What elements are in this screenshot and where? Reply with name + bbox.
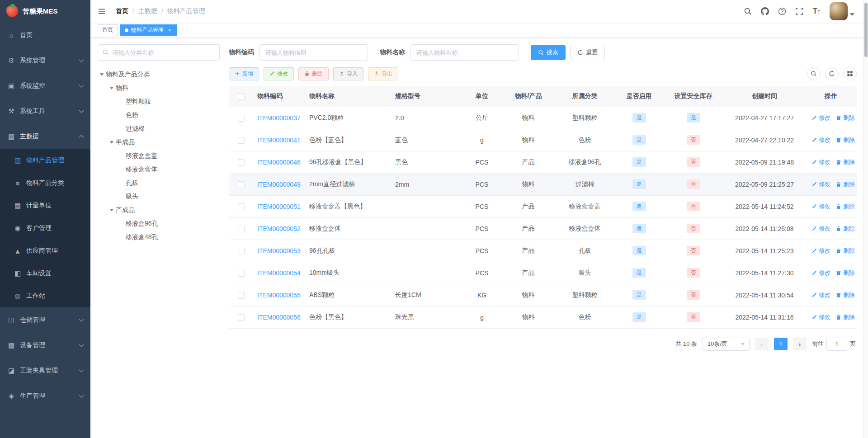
search-button[interactable]: 搜索	[531, 45, 566, 60]
user-menu[interactable]	[830, 2, 854, 20]
prev-page-button[interactable]	[755, 338, 769, 350]
select-all-checkbox[interactable]	[238, 93, 245, 100]
sidebar-item-workshop-settings[interactable]: ◧车间设置	[0, 262, 90, 285]
page-size-select[interactable]: 10条/页	[703, 338, 750, 351]
tree-expand-icon[interactable]	[98, 73, 106, 76]
import-button[interactable]: 导入	[333, 67, 363, 80]
tree-node[interactable]: 吸头	[98, 190, 220, 203]
tree-node[interactable]: 物料	[98, 81, 220, 95]
row-edit-button[interactable]: 修改	[811, 247, 830, 255]
row-delete-button[interactable]: 删除	[836, 136, 855, 144]
tree-node[interactable]: 移液盒96孔	[98, 217, 220, 231]
material-code-link[interactable]: ITEM00000049	[257, 181, 301, 188]
material-code-link[interactable]: ITEM00000041	[257, 137, 301, 144]
tree-expand-icon[interactable]	[108, 141, 116, 144]
row-edit-button[interactable]: 修改	[811, 136, 830, 144]
sidebar-item-production-mgmt[interactable]: ◈生产管理	[0, 383, 90, 409]
tree-expand-icon[interactable]	[108, 209, 116, 212]
tree-node[interactable]: 物料及产品分类	[98, 68, 220, 81]
material-code-link[interactable]: ITEM00000056	[257, 314, 301, 321]
reset-button[interactable]: 重置	[570, 45, 605, 60]
tree-node[interactable]: 移液盒盒盖	[98, 149, 220, 163]
material-code-link[interactable]: ITEM00000051	[257, 203, 301, 210]
row-delete-button[interactable]: 删除	[836, 247, 855, 255]
tree-node[interactable]: 色粉	[98, 108, 220, 122]
tree-node[interactable]: 半成品	[98, 136, 220, 149]
sidebar-item-measure-unit[interactable]: ▦计量单位	[0, 194, 90, 217]
header-search-icon[interactable]	[740, 0, 755, 23]
sidebar-item-master-data[interactable]: ▤主数据	[0, 124, 90, 149]
breadcrumb-item[interactable]: 首页	[116, 7, 128, 15]
row-delete-button[interactable]: 删除	[836, 114, 855, 122]
tab-home[interactable]: 首页	[98, 24, 118, 36]
material-code-link[interactable]: ITEM00000037	[257, 114, 301, 122]
sidebar-item-customer-mgmt[interactable]: ◉客户管理	[0, 217, 90, 240]
close-icon[interactable]	[166, 27, 173, 33]
sidebar-item-home[interactable]: ⌂首页	[0, 23, 90, 48]
row-checkbox[interactable]	[238, 137, 245, 144]
font-size-icon[interactable]	[809, 0, 824, 23]
page-number-button[interactable]: 1	[774, 338, 788, 350]
refresh-table-button[interactable]	[825, 67, 839, 80]
tree-node[interactable]: 移液盒48孔	[98, 231, 220, 244]
sidebar-item-system-admin[interactable]: ⚙系统管理	[0, 48, 90, 73]
row-checkbox[interactable]	[238, 181, 245, 188]
row-edit-button[interactable]: 修改	[811, 269, 830, 277]
tab-material-product-mgmt[interactable]: 物料产品管理	[120, 24, 177, 36]
row-checkbox[interactable]	[238, 115, 245, 122]
sidebar-toggle-button[interactable]	[90, 0, 113, 23]
scrollbar[interactable]	[863, 0, 868, 438]
jump-page-input[interactable]	[826, 338, 847, 351]
sidebar-item-system-tools[interactable]: ⚒系统工具	[0, 99, 90, 124]
help-icon[interactable]	[774, 0, 790, 23]
row-edit-button[interactable]: 修改	[811, 313, 830, 321]
row-edit-button[interactable]: 修改	[811, 158, 830, 166]
app-logo[interactable]: 苦糖果MES	[0, 0, 90, 23]
tree-expand-icon[interactable]	[108, 87, 116, 89]
sidebar-item-supplier-mgmt[interactable]: ▲供应商管理	[0, 240, 90, 262]
row-delete-button[interactable]: 删除	[836, 269, 855, 277]
material-code-link[interactable]: ITEM00000054	[257, 269, 301, 277]
tree-node[interactable]: 孔板	[98, 176, 220, 190]
sidebar-item-material-product-mgmt[interactable]: ▥物料产品管理	[0, 149, 90, 172]
row-checkbox[interactable]	[238, 248, 245, 254]
toggle-search-button[interactable]	[807, 67, 821, 80]
row-checkbox[interactable]	[238, 292, 245, 299]
tree-node[interactable]: 过滤棉	[98, 122, 220, 136]
code-filter-input[interactable]	[259, 44, 368, 61]
material-code-link[interactable]: ITEM00000053	[257, 247, 301, 254]
avatar[interactable]	[830, 2, 848, 20]
add-button[interactable]: 新增	[229, 67, 259, 80]
row-checkbox[interactable]	[238, 159, 245, 166]
material-code-link[interactable]: ITEM00000046	[257, 159, 301, 166]
breadcrumb-item[interactable]: 主数据	[138, 7, 157, 15]
name-filter-input[interactable]	[410, 44, 519, 61]
export-button[interactable]: 导出	[368, 67, 398, 80]
category-search-input[interactable]	[98, 44, 220, 61]
sidebar-item-tooling-mgmt[interactable]: ◪工装夹具管理	[0, 358, 90, 383]
next-page-button[interactable]	[793, 338, 807, 350]
github-icon[interactable]	[757, 0, 773, 23]
row-delete-button[interactable]: 删除	[836, 291, 855, 299]
material-code-link[interactable]: ITEM00000055	[257, 292, 301, 299]
row-checkbox[interactable]	[238, 226, 245, 232]
row-edit-button[interactable]: 修改	[811, 225, 830, 233]
row-delete-button[interactable]: 删除	[836, 180, 855, 188]
edit-button[interactable]: 修改	[264, 67, 294, 80]
row-checkbox[interactable]	[238, 314, 245, 321]
sidebar-item-system-monitor[interactable]: ▣系统监控	[0, 73, 90, 99]
scrollbar-thumb[interactable]	[864, 3, 868, 57]
row-edit-button[interactable]: 修改	[811, 203, 830, 211]
delete-button[interactable]: 删除	[298, 67, 329, 80]
tree-node[interactable]: 塑料颗粒	[98, 95, 220, 108]
tree-node[interactable]: 产成品	[98, 203, 220, 217]
sidebar-item-workstation[interactable]: ◎工作站	[0, 285, 90, 307]
row-delete-button[interactable]: 删除	[836, 158, 855, 166]
columns-settings-button[interactable]	[843, 67, 857, 80]
tree-node[interactable]: 移液盒盒体	[98, 163, 220, 176]
material-code-link[interactable]: ITEM00000052	[257, 225, 301, 232]
sidebar-item-warehouse-mgmt[interactable]: ◫仓储管理	[0, 307, 90, 333]
row-delete-button[interactable]: 删除	[836, 225, 855, 233]
sidebar-item-material-product-category[interactable]: ≡物料产品分类	[0, 172, 90, 194]
row-checkbox[interactable]	[238, 203, 245, 210]
